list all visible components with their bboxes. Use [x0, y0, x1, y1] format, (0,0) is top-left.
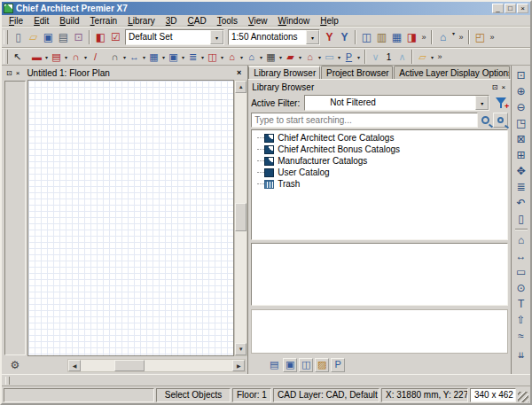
toolbar-grip[interactable]: [5, 377, 10, 385]
curved-wall-tools[interactable]: ∩: [69, 50, 82, 65]
side-panel-tab[interactable]: Active Layer Display Options ×: [394, 66, 510, 79]
horizontal-scroll-thumb[interactable]: [114, 360, 145, 371]
toggle-preview-pane-button[interactable]: ▨: [315, 358, 329, 372]
library-browser-toggle-button[interactable]: ▥: [374, 30, 389, 45]
chevron-down-icon[interactable]: ▾: [160, 54, 167, 60]
toggle-selection-pane-button[interactable]: ◫: [299, 358, 313, 372]
edit-area-tool[interactable]: ↶: [513, 195, 529, 211]
toolbar-overflow-button[interactable]: »: [457, 33, 466, 42]
chevron-down-icon[interactable]: ▾: [356, 54, 362, 60]
update-library-catalogs-button[interactable]: ▤: [267, 358, 281, 372]
chevron-down-icon[interactable]: ▾: [82, 54, 89, 60]
zoom-out-tool[interactable]: ⊖: [513, 99, 529, 115]
chevron-down-icon[interactable]: ▾: [475, 96, 489, 110]
furnishing-tools[interactable]: ≣: [186, 50, 200, 65]
active-filter-combo[interactable]: Not Filtered ▾: [304, 95, 489, 111]
toggle-filters-pane-button[interactable]: ▣: [283, 358, 297, 372]
zoom-selection-tool[interactable]: ⊡: [513, 67, 529, 83]
chevron-down-icon[interactable]: ▾: [121, 54, 128, 60]
chevron-down-icon[interactable]: ▾: [200, 54, 206, 60]
chevron-down-icon[interactable]: ▾: [317, 54, 323, 60]
chevron-down-icon[interactable]: ▾: [336, 54, 342, 60]
horizontal-scroll-track[interactable]: [81, 360, 232, 371]
framing-tools[interactable]: ▦: [264, 50, 278, 65]
print-button[interactable]: ▤: [56, 30, 71, 45]
library-tree-item[interactable]: User Catalog: [252, 167, 507, 178]
menu-item[interactable]: Library: [122, 16, 160, 26]
text-tool[interactable]: T: [513, 296, 529, 312]
dock-pin-icon[interactable]: ⊡: [4, 69, 14, 77]
dock-close-icon[interactable]: ×: [14, 69, 22, 77]
symbol-tool[interactable]: ⇧: [513, 312, 529, 328]
menu-item[interactable]: Edit: [28, 16, 54, 26]
preferences-button[interactable]: ☑: [108, 30, 123, 45]
measure-tools[interactable]: ▱: [416, 50, 429, 65]
floor-plan-canvas[interactable]: [27, 80, 234, 356]
scroll-down-button[interactable]: ▼: [235, 343, 246, 355]
active-layer-options-toggle-button[interactable]: ▦: [389, 30, 404, 45]
export-picture-button[interactable]: ⊡: [71, 30, 86, 45]
toolbar-overflow-button[interactable]: »: [419, 33, 428, 42]
layer-sets-tool[interactable]: ≣: [513, 179, 529, 195]
minimize-button[interactable]: _: [492, 4, 504, 13]
menu-item[interactable]: 3D: [160, 16, 183, 26]
library-tree-item[interactable]: Trash: [252, 178, 507, 190]
camera-view-button[interactable]: ⌂: [435, 30, 450, 45]
wall-break-tool[interactable]: /: [89, 50, 102, 65]
floor-down-button[interactable]: ∨: [369, 50, 382, 65]
more-tools-button[interactable]: ⇊: [513, 347, 529, 363]
library-search-button[interactable]: [251, 358, 265, 372]
chevron-down-icon[interactable]: ▾: [450, 30, 457, 45]
chevron-down-icon[interactable]: ▾: [63, 54, 69, 60]
default-set-combo[interactable]: Default Set ▾: [125, 29, 224, 45]
window-resize-grip[interactable]: [518, 392, 528, 402]
library-tree-item[interactable]: Chief Architect Bonus Catalogs: [252, 144, 507, 155]
dimension-tools[interactable]: ↔: [128, 50, 141, 65]
search-icon[interactable]: [481, 116, 489, 124]
side-panel-tab[interactable]: Project Browser ×: [321, 66, 393, 79]
toolbar-grip[interactable]: [4, 50, 8, 64]
edit-defaults-button[interactable]: Y: [337, 30, 352, 45]
scroll-up-button[interactable]: ▲: [235, 81, 246, 93]
filter-funnel-icon[interactable]: +: [494, 97, 508, 109]
chevron-down-icon[interactable]: ▾: [141, 54, 147, 60]
arc-tools[interactable]: ∩: [108, 50, 121, 65]
new-plan-button[interactable]: ▯: [11, 30, 26, 45]
save-button[interactable]: ▣: [41, 30, 56, 45]
fill-window-tool[interactable]: ⊠: [513, 131, 529, 147]
edit-active-view-button[interactable]: Y: [322, 30, 337, 45]
chevron-down-icon[interactable]: ▾: [239, 54, 245, 60]
chevron-down-icon[interactable]: ▾: [297, 54, 303, 60]
chevron-down-icon[interactable]: ▾: [278, 54, 284, 60]
sprinkler-tool[interactable]: ≈: [513, 328, 529, 344]
roof-tools[interactable]: ⌂: [225, 50, 239, 65]
close-icon[interactable]: ×: [393, 68, 394, 77]
soffit-tools[interactable]: ▭: [323, 50, 336, 65]
terrain-stake-tools[interactable]: P: [342, 50, 356, 65]
undo-zoom-tool[interactable]: ◳: [513, 115, 529, 131]
plan-view-tab[interactable]: Untitled 1: Floor Plan: [27, 68, 233, 78]
appliances-button[interactable]: ◰: [473, 30, 488, 45]
select-objects-tool[interactable]: ↖: [11, 50, 24, 65]
find-in-library-tool[interactable]: ⊙: [513, 280, 529, 296]
menu-item[interactable]: Terrain: [85, 16, 123, 26]
rectangle-tool[interactable]: ▭: [513, 264, 529, 280]
menu-item[interactable]: Tools: [212, 16, 243, 26]
dormer-tools[interactable]: ⌂: [245, 50, 258, 65]
fill-window-building-only-tool[interactable]: ⊞: [513, 147, 529, 163]
menu-item[interactable]: File: [4, 16, 28, 26]
project-browser-toggle-button[interactable]: ◫: [359, 30, 374, 45]
zoom-in-tool[interactable]: ⊕: [513, 83, 529, 99]
chevron-down-icon[interactable]: ▾: [43, 54, 50, 60]
chevron-down-icon[interactable]: ▾: [219, 54, 225, 60]
toolbar-overflow-button[interactable]: »: [488, 33, 497, 42]
blank-page-tool[interactable]: ▯: [513, 211, 529, 227]
toggle-properties-pane-button[interactable]: P: [331, 358, 345, 372]
close-icon[interactable]: ×: [233, 68, 245, 77]
vertical-scroll-track[interactable]: [235, 93, 246, 343]
annotation-scale-combo[interactable]: 1:50 Annotations ▾: [228, 29, 320, 45]
layer-display-options-button[interactable]: ◨: [404, 30, 419, 45]
pan-window-tool[interactable]: ✥: [513, 163, 529, 179]
scroll-left-button[interactable]: ◀: [68, 360, 81, 371]
chevron-down-icon[interactable]: ▾: [429, 54, 435, 60]
